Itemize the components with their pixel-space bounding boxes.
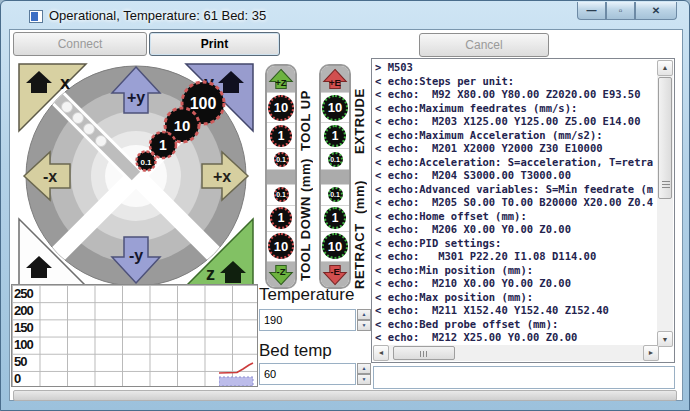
hotend-temp-heading: Temperature bbox=[259, 285, 354, 305]
cancel-button[interactable]: Cancel bbox=[419, 33, 549, 57]
e-step-1-retract-button[interactable]: 1 bbox=[321, 205, 349, 231]
hotend-temp-input[interactable] bbox=[259, 309, 356, 331]
z-step-1-down-button[interactable]: 1 bbox=[267, 205, 295, 231]
e-step-1-button[interactable]: 1 bbox=[321, 122, 349, 148]
scroll-left-icon[interactable]: ◄ bbox=[373, 345, 389, 361]
tool-down-button[interactable]: -Z bbox=[267, 261, 295, 287]
maximize-button[interactable]: ▫ bbox=[606, 2, 635, 20]
e-mm-label: (mm) bbox=[352, 169, 367, 225]
extrude-label: EXTRUDE bbox=[352, 67, 367, 175]
z-step-01-button[interactable]: 0.1 bbox=[267, 148, 295, 168]
tool-down-label: TOOL DOWN (mm) bbox=[298, 149, 313, 291]
connect-button[interactable]: Connect bbox=[13, 32, 147, 56]
scroll-right-icon[interactable]: ► bbox=[643, 345, 659, 361]
e-step-01-button[interactable]: 0.1 bbox=[321, 148, 349, 168]
xy-jog-wheel[interactable]: +y -y -x +x x y z bbox=[16, 61, 256, 289]
status-strip bbox=[13, 390, 677, 401]
temp-sparkline bbox=[219, 360, 257, 386]
svg-text:+y: +y bbox=[127, 89, 145, 106]
svg-text:z: z bbox=[206, 264, 215, 284]
scroll-up-icon[interactable]: ▲ bbox=[657, 60, 673, 76]
bed-temp-down-icon[interactable]: ▼ bbox=[357, 374, 371, 385]
graph-tick-200: 200 bbox=[14, 303, 44, 318]
e-step-01-retract-button[interactable]: 0.1 bbox=[321, 184, 349, 204]
z-step-10-button[interactable]: 10 bbox=[267, 92, 295, 122]
bed-temp-heading: Bed temp bbox=[259, 341, 332, 361]
svg-text:+Z: +Z bbox=[275, 77, 287, 88]
vertical-scrollbar[interactable]: ▲ ▼ bbox=[657, 60, 673, 347]
svg-text:-Z: -Z bbox=[277, 266, 286, 277]
tool-up-button[interactable]: +Z bbox=[267, 66, 295, 92]
close-button[interactable]: ✕ bbox=[635, 2, 677, 20]
z-track-separator bbox=[267, 169, 295, 185]
retract-button[interactable]: -E bbox=[321, 261, 349, 287]
e-step-10-button[interactable]: 10 bbox=[321, 92, 349, 122]
graph-tick-250: 250 bbox=[14, 286, 44, 301]
svg-text:+E: +E bbox=[329, 77, 341, 88]
window-title: Operational, Temperature: 61 Bed: 35 bbox=[49, 8, 266, 23]
extrude-button[interactable]: +E bbox=[321, 66, 349, 92]
console-lines: > M503< echo:Steps per unit: < echo: M92… bbox=[375, 61, 657, 347]
graph-tick-50: 50 bbox=[14, 354, 44, 369]
horizontal-scroll-thumb[interactable] bbox=[393, 346, 455, 360]
svg-text:x: x bbox=[60, 73, 70, 93]
svg-text:-y: -y bbox=[129, 247, 143, 264]
app-icon bbox=[29, 10, 43, 23]
hotend-temp-up-icon[interactable]: ▲ bbox=[357, 309, 371, 320]
z-step-10-down-button[interactable]: 10 bbox=[267, 231, 295, 261]
svg-text:-E: -E bbox=[330, 266, 340, 277]
horizontal-scrollbar[interactable]: ◄ ► bbox=[373, 345, 659, 361]
bed-temp-up-icon[interactable]: ▲ bbox=[357, 363, 371, 374]
hotend-temp-down-icon[interactable]: ▼ bbox=[357, 320, 371, 331]
graph-tick-150: 150 bbox=[14, 320, 44, 335]
z-jog-track: +Z 10 1 0.1 0.1 1 10 -Z bbox=[265, 64, 297, 289]
console-log[interactable]: > M503< echo:Steps per unit: < echo: M92… bbox=[371, 58, 675, 363]
jog-distance-01[interactable]: 0.1 bbox=[137, 152, 156, 171]
hotend-temp-line bbox=[219, 363, 253, 373]
scroll-down-icon[interactable]: ▼ bbox=[657, 331, 673, 347]
retract-label: RETRACT bbox=[352, 221, 367, 291]
e-jog-track: +E 10 1 0.1 0.1 1 10 -E bbox=[319, 64, 351, 289]
z-step-01-down-button[interactable]: 0.1 bbox=[267, 184, 295, 204]
svg-text:+x: +x bbox=[213, 168, 231, 185]
svg-text:10: 10 bbox=[174, 117, 191, 134]
app-window: Operational, Temperature: 61 Bed: 35 — ▫… bbox=[0, 0, 690, 411]
e-track-separator bbox=[321, 169, 349, 185]
graph-tick-0: 0 bbox=[14, 371, 44, 386]
minimize-button[interactable]: — bbox=[577, 2, 606, 20]
print-button[interactable]: Print bbox=[149, 32, 280, 56]
vertical-scroll-thumb[interactable] bbox=[658, 77, 672, 199]
title-bar[interactable]: Operational, Temperature: 61 Bed: 35 — ▫… bbox=[1, 1, 689, 29]
svg-text:1: 1 bbox=[159, 137, 167, 153]
graph-tick-100: 100 bbox=[14, 337, 44, 352]
bed-temp-input[interactable] bbox=[259, 363, 356, 385]
svg-text:-x: -x bbox=[43, 168, 57, 185]
svg-text:100: 100 bbox=[190, 95, 217, 112]
z-step-1-button[interactable]: 1 bbox=[267, 122, 295, 148]
gcode-command-input[interactable] bbox=[373, 366, 675, 389]
svg-text:0.1: 0.1 bbox=[140, 158, 152, 167]
e-step-10-retract-button[interactable]: 10 bbox=[321, 231, 349, 261]
